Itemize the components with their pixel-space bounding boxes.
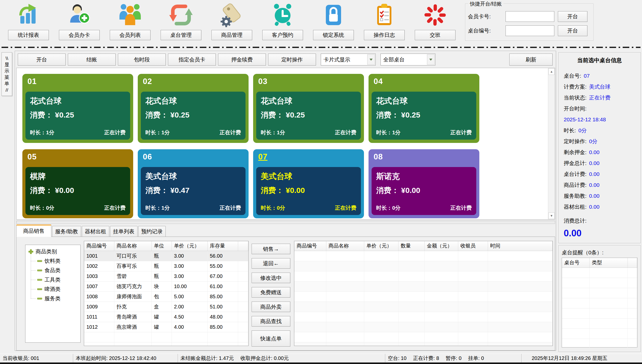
tool-group-member-card: 会员办卡 xyxy=(59,0,100,42)
product-row[interactable]: 1009扑克盒2.0051.00 xyxy=(84,302,248,312)
toolbar-member-list-button[interactable]: 会员列表 xyxy=(110,30,150,40)
toolbar-stats-report-button[interactable]: 统计报表 xyxy=(8,30,49,40)
card-number: 08 xyxy=(374,152,383,161)
product-row[interactable]: 1011青岛啤酒罐4.5048.00 xyxy=(84,312,248,322)
card-consume: 消费： ¥0.25 xyxy=(30,110,126,120)
tree-root-item[interactable]: 商品类别 xyxy=(25,245,80,255)
info-row: 押金总计:0.00 xyxy=(559,158,640,169)
card-number: 04 xyxy=(374,77,383,86)
tab-2[interactable]: 服务/助教 xyxy=(52,226,81,237)
card-consume: 消费： ¥0.47 xyxy=(145,185,241,196)
table-filter-combo[interactable]: 全部桌台 xyxy=(380,54,435,65)
view-mode-combo[interactable]: 卡片式显示 xyxy=(321,54,376,65)
sale-action-buttons: 销售→退回←修改选中免费赠送商品外卖商品查找快速点单 xyxy=(252,244,290,346)
toolbar-member-card-button[interactable]: 会员办卡 xyxy=(59,30,100,40)
card-consume: 消费： ¥0.00 xyxy=(261,185,356,196)
reservation-icon[interactable] xyxy=(270,2,295,28)
product-row[interactable]: 1007德芙巧克力块10.0061.00 xyxy=(84,281,248,291)
lock-system-icon[interactable] xyxy=(321,2,346,28)
card-area-scrollbar[interactable]: ▲ ▼ xyxy=(548,68,555,219)
sale-action-3[interactable]: 修改选中 xyxy=(252,273,290,283)
member-list-icon[interactable] xyxy=(117,2,143,28)
tree-item[interactable]: 工具类 xyxy=(25,275,80,284)
table-card-05[interactable]: 05棋牌消费： ¥0.00时长：0分正在计费 xyxy=(22,149,133,218)
table-card-02[interactable]: 02花式台球消费： ¥0.25时长：1分正在计费 xyxy=(138,74,249,143)
card-billing-name: 棋牌 xyxy=(30,171,126,182)
tab-5[interactable]: 预约记录 xyxy=(138,226,166,237)
product-row[interactable]: 1002百事可乐瓶3.0055.00 xyxy=(84,261,248,271)
member-card-icon[interactable] xyxy=(67,2,92,28)
operation-log-icon[interactable] xyxy=(372,2,397,28)
info-panel-title: 当前选中桌台信息 xyxy=(559,57,640,64)
toolbar-table-manage-button[interactable]: 桌台管理 xyxy=(161,30,201,40)
toolbar-lock-system-button[interactable]: 锁定系统 xyxy=(313,30,354,40)
toolbar-separator xyxy=(2,47,640,48)
table-card-06[interactable]: 06美式台球消费： ¥0.47时长：1分正在计费 xyxy=(138,149,249,218)
stats-report-icon[interactable] xyxy=(16,2,41,28)
action-button-5[interactable]: 押金续费 xyxy=(218,54,266,65)
sale-action-4[interactable]: 免费赠送 xyxy=(252,287,290,297)
card-duration: 时长：0分 xyxy=(30,204,54,211)
info-row: 器材出租:0.00 xyxy=(559,201,640,212)
member-card-input[interactable] xyxy=(506,11,554,22)
scroll-down-icon[interactable]: ▼ xyxy=(548,212,555,219)
card-consume: 消费： ¥0.25 xyxy=(145,110,241,120)
info-row: 桌台计费:0.00 xyxy=(559,169,640,179)
table-card-03[interactable]: 03花式台球消费： ¥0.25时长：1分正在计费 xyxy=(253,74,364,143)
tab-4[interactable]: 挂单列表 xyxy=(110,226,137,237)
sale-action-5[interactable]: 商品外卖 xyxy=(252,302,290,312)
show-menu-tab[interactable]: \\显示菜单// xyxy=(2,52,12,96)
category-icon xyxy=(37,288,42,290)
action-button-1[interactable]: 开台 xyxy=(18,54,66,65)
toolbar-shift-change-button[interactable]: 交班 xyxy=(415,30,455,40)
product-row[interactable]: 1008康师傅泡面包5.0085.00 xyxy=(84,291,248,302)
tree-item[interactable]: 饮料类 xyxy=(25,256,80,266)
toolbar-operation-log-button[interactable]: 操作日志 xyxy=(364,30,405,40)
action-button-6[interactable]: 定时操作 xyxy=(268,54,316,65)
table-number-input[interactable] xyxy=(506,25,554,36)
table-card-08[interactable]: 08斯诺克消费： ¥0.00时长：0分正在计费 xyxy=(369,149,479,218)
tree-item[interactable]: 服务类 xyxy=(25,294,80,303)
chevron-down-icon[interactable] xyxy=(427,54,435,65)
table-card-07[interactable]: 07美式台球消费： ¥0.00时长：0分正在计费 xyxy=(253,149,364,218)
shift-change-icon[interactable] xyxy=(422,2,448,28)
sale-action-6[interactable]: 商品查找 xyxy=(252,316,290,326)
tree-item[interactable]: 啤酒类 xyxy=(25,284,80,294)
product-manage-icon[interactable] xyxy=(219,2,244,28)
sale-action-7[interactable]: 快速点单 xyxy=(252,330,290,346)
chevron-down-icon[interactable] xyxy=(367,54,375,65)
card-billing-name: 花式台球 xyxy=(145,96,241,106)
table-card-01[interactable]: 01花式台球消费： ¥0.25时长：1分正在计费 xyxy=(22,74,133,143)
card-consume: 消费： ¥0.25 xyxy=(376,110,472,120)
sale-action-1[interactable]: 销售→ xyxy=(252,244,290,254)
card-status: 正在计费 xyxy=(220,204,241,211)
quick-row-1: 会员卡号:开台 xyxy=(468,11,587,22)
tree-item[interactable]: 食品类 xyxy=(25,266,80,275)
quick-open-button-1[interactable]: 开台 xyxy=(558,11,587,22)
toolbar-product-manage-button[interactable]: 商品管理 xyxy=(211,30,252,40)
center-panel: 开台结账包时段指定会员卡押金续费定时操作卡片式显示全部桌台 刷新 01花式台球消… xyxy=(15,51,556,351)
quick-row-label: 会员卡号: xyxy=(468,13,506,20)
tab-3[interactable]: 器材出租 xyxy=(82,226,109,237)
product-row[interactable]: 1001可口可乐瓶3.0056.00 xyxy=(84,251,248,261)
card-consume: 消费： ¥0.25 xyxy=(261,110,356,120)
info-row: 当前状态:正在计费 xyxy=(559,92,640,103)
refresh-button[interactable]: 刷新 xyxy=(509,54,553,65)
card-billing-name: 花式台球 xyxy=(261,96,356,106)
card-billing-name: 美式台球 xyxy=(145,171,241,182)
action-button-4[interactable]: 指定会员卡 xyxy=(168,54,216,65)
horizontal-splitter[interactable] xyxy=(16,221,555,224)
tool-group-operation-log: 操作日志 xyxy=(364,0,405,42)
card-duration: 时长：1分 xyxy=(30,129,54,136)
table-card-04[interactable]: 04花式台球消费： ¥0.25时长：1分正在计费 xyxy=(369,74,479,143)
table-manage-icon[interactable] xyxy=(168,2,194,28)
toolbar-reservation-button[interactable]: 客户预约 xyxy=(262,30,303,40)
product-row[interactable]: 1012燕京啤酒罐4.0085.00 xyxy=(84,322,248,332)
scroll-up-icon[interactable]: ▲ xyxy=(548,68,555,75)
sale-action-2[interactable]: 退回← xyxy=(252,258,290,269)
action-button-3[interactable]: 包时段 xyxy=(118,54,166,65)
quick-open-button-2[interactable]: 开台 xyxy=(558,25,587,36)
product-row[interactable]: 1003雪碧瓶3.0067.00 xyxy=(84,271,248,281)
tab-1[interactable]: 商品销售 xyxy=(16,225,51,237)
action-button-2[interactable]: 结账 xyxy=(68,54,116,65)
